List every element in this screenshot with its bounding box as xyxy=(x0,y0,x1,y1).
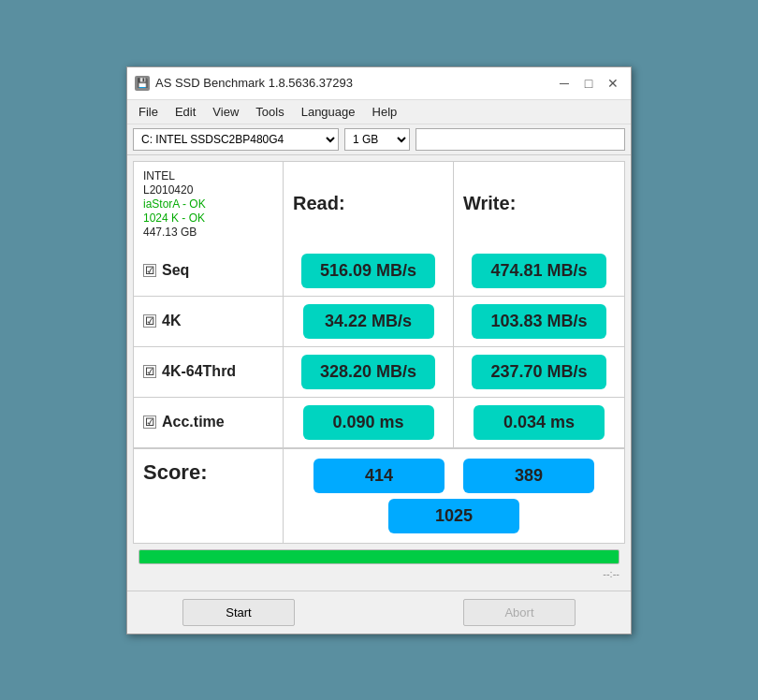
score-row: Score: 414 389 1025 xyxy=(134,448,624,543)
progress-bar xyxy=(139,550,619,563)
seq-read-box: 516.09 MB/s xyxy=(301,254,435,288)
title-controls: ─ □ ✕ xyxy=(554,73,623,94)
acctime-checkbox[interactable]: ☑ xyxy=(143,416,156,429)
write-header: Write: xyxy=(454,162,624,246)
read-header: Read: xyxy=(284,162,454,246)
seq-read-value: 516.09 MB/s xyxy=(284,246,454,296)
bench-row-4k64: ☑ 4K-64Thrd 328.20 MB/s 237.70 MB/s xyxy=(134,347,624,398)
title-bar-left: 💾 AS SSD Benchmark 1.8.5636.37293 xyxy=(135,76,353,91)
4k64-label: ☑ 4K-64Thrd xyxy=(134,347,284,397)
4k64-write-box: 237.70 MB/s xyxy=(472,355,605,389)
4k-write-box: 103.83 MB/s xyxy=(472,304,605,339)
acctime-write-box: 0.034 ms xyxy=(474,405,605,440)
info-brand: INTEL xyxy=(143,169,273,182)
menu-edit[interactable]: Edit xyxy=(168,102,203,122)
score-values: 414 389 1025 xyxy=(284,449,624,543)
size-select[interactable]: 1 GB xyxy=(344,128,410,151)
acctime-write-value: 0.034 ms xyxy=(454,398,624,447)
window-title: AS SSD Benchmark 1.8.5636.37293 xyxy=(155,76,353,90)
progress-info: --:-- xyxy=(138,568,620,579)
maximize-button[interactable]: □ xyxy=(578,73,599,94)
info-driver: iaStorA - OK xyxy=(143,197,273,211)
score-read-box: 414 xyxy=(313,459,445,493)
benchmark-area: INTEL L2010420 iaStorA - OK 1024 K - OK … xyxy=(133,161,625,544)
title-bar: 💾 AS SSD Benchmark 1.8.5636.37293 ─ □ ✕ xyxy=(127,67,631,100)
score-total-area: 1025 xyxy=(388,499,519,533)
info-block: 1024 K - OK xyxy=(143,211,273,225)
bench-header-row: INTEL L2010420 iaStorA - OK 1024 K - OK … xyxy=(134,162,624,246)
score-write-box: 389 xyxy=(463,459,594,493)
progress-area: --:-- xyxy=(133,544,625,585)
menu-view[interactable]: View xyxy=(205,102,246,122)
drive-select[interactable]: C: INTEL SSDSC2BP480G4 xyxy=(133,128,339,151)
4k-read-value: 34.22 MB/s xyxy=(284,297,454,346)
seq-write-box: 474.81 MB/s xyxy=(472,254,605,288)
bench-row-acctime: ☑ Acc.time 0.090 ms 0.034 ms xyxy=(134,398,624,448)
score-total-box: 1025 xyxy=(388,499,519,533)
score-label: Score: xyxy=(134,449,284,543)
menu-tools[interactable]: Tools xyxy=(248,102,291,122)
start-button[interactable]: Start xyxy=(182,599,295,626)
score-top: 414 389 xyxy=(293,459,615,493)
main-content: INTEL L2010420 iaStorA - OK 1024 K - OK … xyxy=(127,155,631,591)
button-bar: Start Abort xyxy=(127,591,631,634)
seq-write-value: 474.81 MB/s xyxy=(454,246,624,296)
device-info: INTEL L2010420 iaStorA - OK 1024 K - OK … xyxy=(134,162,284,246)
progress-time: --:-- xyxy=(603,568,620,579)
main-window: 💾 AS SSD Benchmark 1.8.5636.37293 ─ □ ✕ … xyxy=(126,66,632,634)
menu-bar: File Edit View Tools Language Help xyxy=(127,100,631,124)
abort-button[interactable]: Abort xyxy=(463,599,576,626)
4k-read-box: 34.22 MB/s xyxy=(303,304,434,339)
toolbar: C: INTEL SSDSC2BP480G4 1 GB xyxy=(127,124,631,155)
extra-input[interactable] xyxy=(415,128,625,151)
info-capacity: 447.13 GB xyxy=(143,226,273,239)
4k64-read-value: 328.20 MB/s xyxy=(284,347,454,397)
seq-checkbox[interactable]: ☑ xyxy=(143,264,156,277)
4k-write-value: 103.83 MB/s xyxy=(454,297,624,346)
seq-label: ☑ Seq xyxy=(134,246,284,296)
4k64-write-value: 237.70 MB/s xyxy=(454,347,624,397)
acctime-read-box: 0.090 ms xyxy=(303,405,434,440)
4k-label: ☑ 4K xyxy=(134,297,284,346)
bench-row-4k: ☑ 4K 34.22 MB/s 103.83 MB/s xyxy=(134,297,624,347)
acctime-read-value: 0.090 ms xyxy=(284,398,454,447)
4k-checkbox[interactable]: ☑ xyxy=(143,314,156,328)
acctime-label: ☑ Acc.time xyxy=(134,398,284,447)
app-icon: 💾 xyxy=(135,76,150,91)
progress-track xyxy=(138,549,620,564)
menu-file[interactable]: File xyxy=(131,102,166,122)
close-button[interactable]: ✕ xyxy=(603,73,623,94)
bench-row-seq: ☑ Seq 516.09 MB/s 474.81 MB/s xyxy=(134,246,624,297)
4k64-read-box: 328.20 MB/s xyxy=(301,355,435,389)
menu-help[interactable]: Help xyxy=(365,102,405,122)
4k64-checkbox[interactable]: ☑ xyxy=(143,365,156,378)
minimize-button[interactable]: ─ xyxy=(554,73,575,94)
info-model: L2010420 xyxy=(143,183,273,197)
menu-language[interactable]: Language xyxy=(294,102,363,122)
